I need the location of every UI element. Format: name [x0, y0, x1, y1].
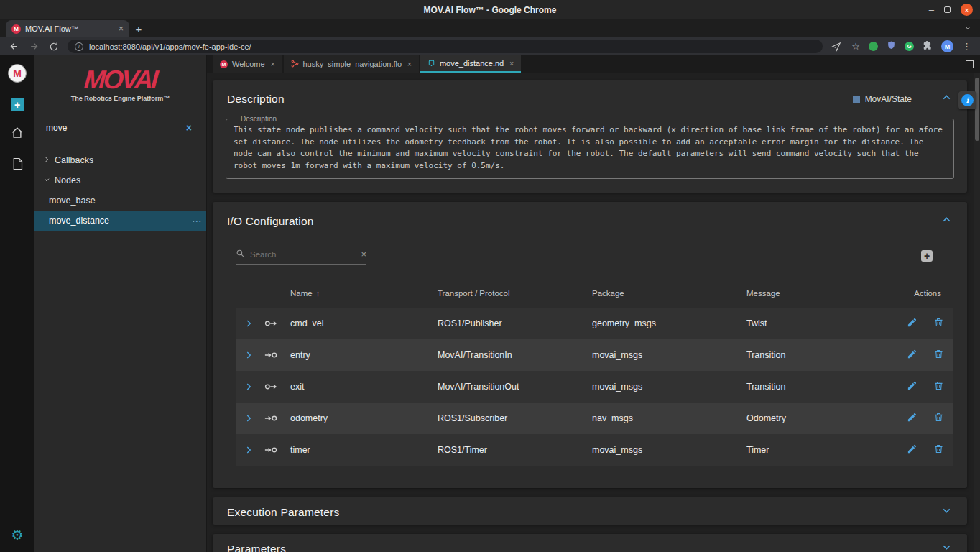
- delete-icon[interactable]: [933, 317, 944, 330]
- description-section: Description MovAI/State Description This: [213, 80, 967, 193]
- tab-welcome[interactable]: M Welcome ×: [213, 55, 282, 73]
- add-io-port-button[interactable]: +: [921, 250, 933, 262]
- column-package[interactable]: Package: [592, 289, 746, 298]
- edit-icon[interactable]: [907, 317, 917, 330]
- new-tab-button[interactable]: +: [129, 20, 148, 37]
- flow-tab-icon: [291, 60, 299, 69]
- url-text: localhost:8080/api/v1/apps/mov-fe-app-id…: [89, 42, 251, 51]
- port-out-icon: [262, 318, 290, 328]
- page-info-icon[interactable]: i: [75, 42, 83, 51]
- brand-tagline: The Robotics Engine Platform™: [34, 95, 206, 102]
- scrollbar[interactable]: [974, 73, 980, 552]
- column-name[interactable]: Name: [290, 289, 313, 298]
- port-out-icon: [262, 382, 290, 392]
- collapse-chevron-up-icon[interactable]: [940, 91, 953, 106]
- port-in-icon: [262, 350, 290, 360]
- url-bar[interactable]: i localhost:8080/api/v1/apps/mov-fe-app-…: [68, 40, 823, 53]
- table-row[interactable]: timer ROS1/Timer movai_msgs Timer: [236, 434, 953, 466]
- reload-icon[interactable]: [47, 42, 60, 52]
- layout-maximize-icon[interactable]: [966, 60, 974, 68]
- tab-close-icon[interactable]: ×: [509, 60, 514, 68]
- tab-close-icon[interactable]: ×: [407, 60, 412, 68]
- more-options-icon[interactable]: ⋯: [192, 215, 203, 226]
- section-title: Description: [227, 93, 853, 106]
- back-icon[interactable]: [7, 41, 20, 52]
- delete-icon[interactable]: [933, 412, 944, 425]
- tab-husky-flow[interactable]: husky_simple_navigation.flo ×: [284, 55, 419, 73]
- section-title: Execution Parameters: [227, 506, 940, 519]
- tab-move-distance[interactable]: move_distance.nd ×: [420, 55, 521, 73]
- extension-icon[interactable]: [869, 42, 878, 51]
- browser-menu-icon[interactable]: ⋮: [962, 41, 971, 52]
- tree-item-callbacks[interactable]: Callbacks: [34, 150, 206, 170]
- document-icon[interactable]: [12, 157, 23, 173]
- tree-item-move-base[interactable]: move_base: [34, 190, 206, 211]
- delete-icon[interactable]: [933, 349, 944, 362]
- collapse-chevron-up-icon[interactable]: [940, 213, 953, 229]
- collapse-chevron-down-icon[interactable]: [940, 541, 953, 552]
- tree-item-move-distance[interactable]: move_distance ⋯: [34, 211, 206, 231]
- table-row[interactable]: entry MovAI/TransitionIn movai_msgs Tran…: [236, 339, 953, 371]
- add-new-icon[interactable]: +: [11, 98, 24, 111]
- close-button[interactable]: ×: [961, 4, 973, 16]
- tab-close-icon[interactable]: ×: [119, 24, 124, 34]
- explorer-search: ×: [46, 122, 195, 137]
- grammar-extension-icon[interactable]: G: [905, 42, 914, 51]
- row-expand-chevron-icon[interactable]: [236, 413, 262, 423]
- edit-icon[interactable]: [907, 349, 917, 362]
- toolbar-right-icons: ☆ G M ⋮: [830, 40, 973, 53]
- explorer-panel: MOVAI The Robotics Engine Platform™ × Ca…: [34, 55, 207, 552]
- column-transport[interactable]: Transport / Protocol: [438, 289, 592, 298]
- row-expand-chevron-icon[interactable]: [236, 350, 262, 360]
- bookmark-star-icon[interactable]: ☆: [851, 41, 860, 52]
- table-row[interactable]: exit MovAI/TransitionOut movai_msgs Tran…: [236, 371, 953, 402]
- application-window: MOV.AI Flow™ - Google Chrome – × M MOV.A…: [0, 0, 980, 552]
- minimize-button[interactable]: –: [929, 4, 934, 15]
- delete-icon[interactable]: [933, 380, 944, 393]
- tab-search-chevron-icon[interactable]: [964, 21, 971, 34]
- explorer-search-input[interactable]: [46, 123, 183, 133]
- clear-search-icon[interactable]: ×: [183, 122, 195, 134]
- sort-ascending-icon[interactable]: ↑: [316, 289, 320, 298]
- column-actions: Actions: [883, 289, 953, 298]
- share-icon[interactable]: [830, 42, 843, 52]
- row-expand-chevron-icon[interactable]: [236, 318, 262, 328]
- tree-item-label: Callbacks: [55, 155, 93, 165]
- io-message: Transition: [746, 350, 883, 360]
- home-icon[interactable]: [11, 126, 24, 142]
- section-title: Parameters: [227, 543, 940, 552]
- io-name: exit: [290, 382, 438, 392]
- maximize-button[interactable]: [944, 6, 951, 13]
- io-package: geometry_msgs: [592, 318, 746, 328]
- row-expand-chevron-icon[interactable]: [236, 445, 262, 455]
- table-row[interactable]: odometry ROS1/Subscriber nav_msgs Odomet…: [236, 402, 953, 434]
- browser-tab[interactable]: M MOV.AI Flow™ ×: [6, 20, 129, 37]
- edit-icon[interactable]: [907, 380, 917, 393]
- movai-logo-icon[interactable]: M: [8, 64, 27, 83]
- profile-avatar[interactable]: M: [941, 40, 953, 52]
- edit-icon[interactable]: [907, 412, 917, 425]
- io-name: odometry: [290, 413, 438, 423]
- shield-extension-icon[interactable]: [887, 40, 896, 53]
- editor-area: M Welcome × husky_simple_navigation.flo …: [207, 55, 980, 552]
- scrollbar-thumb[interactable]: [975, 78, 979, 141]
- io-clear-search-icon[interactable]: ×: [361, 249, 366, 259]
- help-info-button[interactable]: i: [958, 91, 976, 109]
- edit-icon[interactable]: [907, 443, 917, 456]
- tree-item-nodes[interactable]: Nodes: [34, 170, 206, 190]
- io-search-input[interactable]: [250, 250, 356, 259]
- table-row[interactable]: cmd_vel ROS1/Publisher geometry_msgs Twi…: [236, 308, 953, 339]
- node-type-badge: MovAI/State: [853, 94, 912, 104]
- extensions-puzzle-icon[interactable]: [923, 40, 933, 53]
- browser-tab-title: MOV.AI Flow™: [25, 24, 114, 33]
- io-transport: ROS1/Timer: [438, 445, 592, 455]
- delete-icon[interactable]: [933, 443, 944, 456]
- settings-gear-icon[interactable]: ⚙: [11, 527, 23, 543]
- column-message[interactable]: Message: [746, 289, 883, 298]
- forward-icon[interactable]: [27, 41, 40, 52]
- description-text[interactable]: This state node publishes a command velo…: [234, 124, 946, 172]
- row-expand-chevron-icon[interactable]: [236, 382, 262, 392]
- port-in-icon: [262, 445, 290, 455]
- tab-close-icon[interactable]: ×: [271, 60, 275, 68]
- collapse-chevron-down-icon[interactable]: [940, 505, 953, 520]
